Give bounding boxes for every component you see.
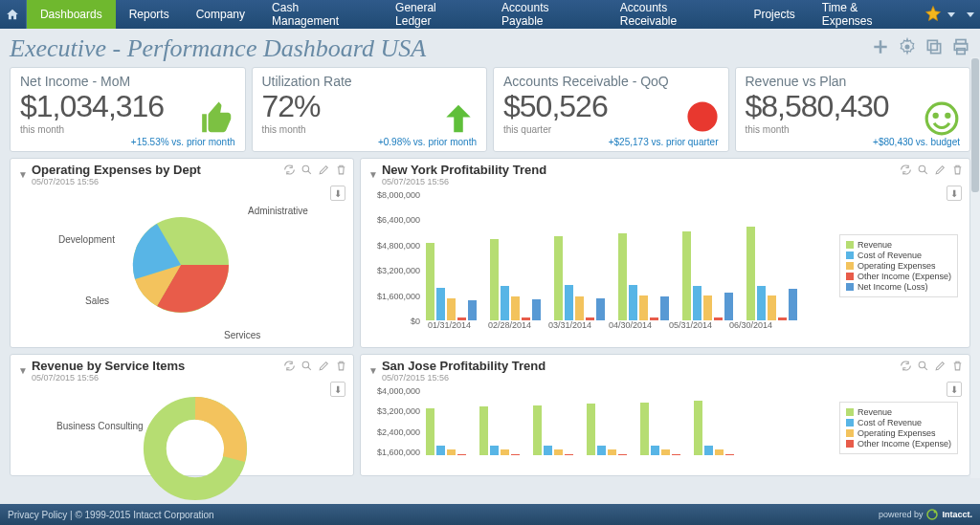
user-dropdown-icon[interactable] <box>967 12 974 17</box>
scrollbar[interactable] <box>970 57 980 478</box>
bar <box>447 298 456 320</box>
kpi-row: Net Income - MoM$1,034,316this month+15.… <box>0 67 980 158</box>
kpi-card[interactable]: Net Income - MoM$1,034,316this month+15.… <box>10 67 246 152</box>
collapse-icon[interactable]: ▼ <box>18 169 28 180</box>
bar <box>447 449 456 455</box>
edit-icon[interactable] <box>934 163 947 180</box>
delete-icon[interactable] <box>335 359 347 376</box>
bar <box>511 296 520 320</box>
panel-timestamp: 05/07/2015 15:56 <box>32 177 201 186</box>
legend-item: Revenue <box>846 240 951 250</box>
kpi-card[interactable]: Accounts Receivable - QoQ$50,526this qua… <box>493 67 729 152</box>
arrow-up-icon <box>440 100 477 141</box>
bar <box>532 299 541 320</box>
delete-icon[interactable] <box>951 359 964 376</box>
bar <box>661 449 670 455</box>
panel-title: Revenue by Service Items <box>32 359 185 373</box>
bar <box>660 296 669 320</box>
footer-text[interactable]: Privacy Policy | © 1999-2015 Intacct Cor… <box>8 510 214 520</box>
bar <box>426 408 434 456</box>
bar <box>703 295 712 320</box>
bar-group <box>746 215 797 320</box>
page-title: Executive - Performance Dashboard USA <box>10 34 426 63</box>
powered-by: powered by Intacct. <box>879 509 972 520</box>
x-label: 06/30/2014 <box>727 320 774 330</box>
nav-general-ledger[interactable]: General Ledger <box>382 0 488 29</box>
legend-item: Net Income (Loss) <box>846 282 951 292</box>
nav-cash-management[interactable]: Cash Management <box>258 0 382 29</box>
delete-icon[interactable] <box>951 163 964 180</box>
legend-item: Revenue <box>846 407 951 417</box>
collapse-icon[interactable]: ▼ <box>18 365 28 376</box>
nav-reports[interactable]: Reports <box>116 0 183 29</box>
title-bar: Executive - Performance Dashboard USA <box>0 29 980 67</box>
search-icon[interactable] <box>917 359 929 376</box>
nav-accounts-payable[interactable]: Accounts Payable <box>488 0 607 29</box>
bar <box>457 454 466 456</box>
bar <box>490 446 499 456</box>
delete-icon[interactable] <box>335 163 347 180</box>
nav-company[interactable]: Company <box>183 0 258 29</box>
collapse-icon[interactable]: ▼ <box>368 169 378 180</box>
panel-operating-expenses: ▼ Operating Expenses by Dept 05/07/2015 … <box>10 158 354 348</box>
add-icon[interactable] <box>871 37 890 60</box>
bar <box>618 454 627 456</box>
bar <box>746 227 755 320</box>
search-icon[interactable] <box>301 163 313 180</box>
bar-group <box>533 350 573 455</box>
bar <box>672 454 680 456</box>
home-icon[interactable] <box>0 0 27 29</box>
kpi-card[interactable]: Revenue vs Plan$8,580,430this month+$80,… <box>735 67 971 152</box>
nav-projects[interactable]: Projects <box>740 0 808 29</box>
kpi-card[interactable]: Utilization Rate72%this month+0.98% vs. … <box>252 67 488 152</box>
thumbs-up-icon <box>199 100 235 141</box>
copy-icon[interactable] <box>924 37 944 60</box>
gear-icon[interactable] <box>898 37 917 60</box>
bar <box>554 449 563 455</box>
bar-chart: $8,000,000$6,400,000$4,800,000$3,200,000… <box>368 186 962 339</box>
edit-icon[interactable] <box>318 163 330 180</box>
legend-item: Other Income (Expense) <box>846 439 951 448</box>
bar <box>586 317 594 320</box>
collapse-icon[interactable]: ▼ <box>368 365 378 376</box>
refresh-icon[interactable] <box>283 359 296 376</box>
bar <box>575 296 584 320</box>
search-icon[interactable] <box>301 359 313 376</box>
bar <box>682 231 691 321</box>
search-icon[interactable] <box>917 163 929 180</box>
panel-title: New York Profitability Trend <box>382 163 546 177</box>
panel-timestamp: 05/07/2015 15:56 <box>382 177 546 186</box>
x-label: 03/31/2014 <box>546 320 593 330</box>
bar <box>693 286 702 320</box>
bar-group <box>554 215 605 320</box>
panel-sj-profitability: ▼ San Jose Profitability Trend 05/07/201… <box>360 354 970 476</box>
bar <box>522 317 530 320</box>
panel-timestamp: 05/07/2015 15:56 <box>32 373 185 383</box>
svg-rect-1 <box>931 44 941 54</box>
bar <box>436 288 445 320</box>
favorite-icon[interactable] <box>924 5 942 25</box>
bar <box>789 289 797 320</box>
print-icon[interactable] <box>951 37 970 60</box>
footer: Privacy Policy | © 1999-2015 Intacct Cor… <box>0 504 980 525</box>
refresh-icon[interactable] <box>900 163 912 180</box>
donut-chart: Business Consulting <box>18 383 345 470</box>
pie-label: Development <box>58 234 115 245</box>
bar-chart: $4,000,000$3,200,000$2,400,000$1,600,000… <box>368 383 962 470</box>
kpi-delta: +$25,173 vs. prior quarter <box>503 137 719 147</box>
bar <box>650 317 658 320</box>
bar-group <box>426 350 466 455</box>
refresh-icon[interactable] <box>283 163 296 180</box>
panel-ny-profitability: ▼ New York Profitability Trend 05/07/201… <box>360 158 970 348</box>
bar-group <box>618 215 669 320</box>
edit-icon[interactable] <box>318 359 330 376</box>
favorites-dropdown-icon[interactable] <box>947 12 955 17</box>
top-nav: DashboardsReportsCompanyCash ManagementG… <box>0 0 980 29</box>
refresh-icon[interactable] <box>900 359 912 376</box>
edit-icon[interactable] <box>934 359 947 376</box>
nav-dashboards[interactable]: Dashboards <box>27 0 116 29</box>
nav-accounts-receivable[interactable]: Accounts Receivable <box>607 0 741 29</box>
svg-rect-2 <box>927 40 937 50</box>
bar <box>544 446 552 456</box>
nav-time-expenses[interactable]: Time & Expenses <box>809 0 924 29</box>
